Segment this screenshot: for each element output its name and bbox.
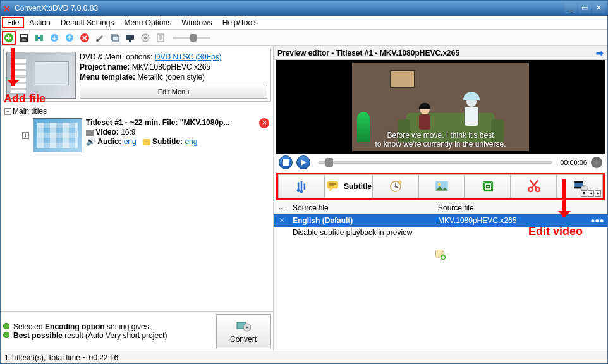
subtitle-icon [143, 139, 150, 145]
project-panel: DVD & Menu options: DVD NTSC (30Fps) Pro… [3, 49, 271, 102]
titleset-row[interactable]: + Titleset #1 - ~22 min. File: "MKV.1080… [22, 118, 269, 152]
menu-windows[interactable]: Windows [176, 17, 217, 28]
maximize-button[interactable]: ▭ [578, 3, 591, 13]
annotation-arrow-addfile [11, 48, 15, 86]
titleset-info: Titleset #1 - ~22 min. File: "MKV.1080p.… [86, 118, 255, 147]
tab-cut[interactable] [511, 174, 557, 198]
merge-button[interactable] [33, 32, 45, 44]
remove-button[interactable] [79, 32, 90, 44]
seek-slider[interactable] [318, 161, 552, 164]
undock-icon[interactable]: ➡ [596, 48, 604, 58]
audio-label: Audio: [97, 137, 121, 146]
convert-label: Convert [230, 335, 257, 344]
toolbar [1, 30, 607, 46]
tree-root[interactable]: − Main titles [4, 107, 269, 116]
col-expand[interactable]: ... [274, 202, 290, 214]
zoom-slider[interactable] [173, 37, 210, 39]
video-thumbnail[interactable] [33, 118, 82, 152]
svg-point-29 [437, 183, 441, 186]
enc-t5: result (Auto Very short project) [63, 331, 167, 340]
log-button[interactable] [155, 32, 166, 44]
dvd-options-link[interactable]: DVD NTSC (30Fps) [155, 52, 222, 61]
volume-knob[interactable] [591, 157, 602, 168]
svg-rect-13 [129, 40, 131, 42]
enc-t2: Encoding option [45, 322, 105, 331]
save-button[interactable] [18, 32, 30, 44]
expand-icon[interactable]: + [22, 132, 29, 139]
close-button[interactable]: ✕ [592, 3, 605, 13]
tab-audio[interactable] [278, 174, 324, 198]
row-close-icon[interactable]: ✕ [274, 216, 290, 225]
row-more-button[interactable]: ●●● [587, 216, 607, 225]
video-value: 16:9 [121, 128, 135, 136]
preview-subtitle: Before we move, I think it's best to kno… [352, 131, 529, 149]
project-name-label: Project name: [80, 63, 130, 71]
tab-next-button[interactable]: ▸ [595, 190, 601, 197]
tab-subtitle[interactable]: Subtitle [324, 174, 372, 198]
status-dot-icon [3, 323, 9, 329]
menu-file[interactable]: File [2, 17, 24, 28]
project-info: DVD & Menu options: DVD NTSC (30Fps) Pro… [80, 52, 267, 99]
left-pane: DVD & Menu options: DVD NTSC (30Fps) Pro… [1, 46, 274, 351]
subtitle-link[interactable]: eng [185, 137, 197, 146]
subtitle-list-header: ... Source file Source file [274, 202, 607, 214]
project-name-value: MKV.1080pHEVC.x265 [132, 63, 210, 71]
add-subtitle-area [274, 238, 607, 263]
tab-crop[interactable] [465, 174, 511, 198]
video-label: Video: [95, 128, 118, 136]
add-subtitle-icon[interactable] [434, 248, 447, 261]
remove-titleset-button[interactable]: ✕ [259, 118, 269, 128]
play-button[interactable] [296, 155, 310, 169]
menu-default-settings[interactable]: Default Settings [56, 17, 119, 28]
tab-image[interactable] [418, 174, 465, 198]
svg-marker-21 [301, 159, 307, 166]
left-footer: Selected Encoding option setting gives: … [1, 311, 273, 351]
preview-title: Preview editor - Titleset #1 - MKV.1080p… [277, 49, 459, 58]
encode-message: Selected Encoding option setting gives: … [3, 322, 211, 340]
tab-dropdown-button[interactable]: ▾ [581, 190, 587, 197]
enc-t1: Selected [13, 322, 45, 331]
stop-button[interactable] [279, 155, 293, 169]
menu-help-tools[interactable]: Help/Tools [217, 17, 263, 28]
enc-t4: Best possible [13, 331, 63, 340]
batch-button[interactable] [109, 32, 121, 44]
down-button[interactable] [49, 32, 60, 44]
add-file-button[interactable] [3, 32, 15, 44]
subtitle-row-selected[interactable]: ✕ English (Default) MKV.1080pHEVC.x265 ●… [274, 214, 607, 227]
edit-menu-button[interactable]: Edit Menu [80, 85, 267, 99]
tab-chapters[interactable] [372, 174, 418, 198]
col-source2[interactable]: Source file [435, 202, 607, 214]
menu-menu-options[interactable]: Menu Options [119, 17, 176, 28]
speaker-icon: 🔊 [86, 137, 95, 146]
subtitle-label: Subtitle: [152, 137, 183, 146]
burn-button[interactable] [140, 32, 151, 44]
titleset-title: Titleset #1 - ~22 min. File: "MKV.1080p.… [86, 118, 229, 127]
timecode: 00:00:06 [560, 159, 587, 166]
convert-button[interactable]: Convert [216, 314, 271, 348]
settings-button[interactable] [94, 32, 106, 44]
sub-line2: to know we're currently in the universe. [352, 140, 529, 149]
col-source1[interactable]: Source file [290, 202, 435, 214]
annotation-arrow-editvideo [562, 179, 566, 217]
svg-rect-4 [35, 35, 38, 41]
menu-template-label: Menu template: [80, 73, 135, 82]
svg-rect-2 [21, 35, 27, 37]
video-preview[interactable]: Before we move, I think it's best to kno… [276, 60, 605, 154]
subtitle-row-option[interactable]: Disable subtitle playback in preview [274, 227, 607, 238]
collapse-icon[interactable]: − [4, 108, 11, 115]
window-buttons: _ ▭ ✕ [564, 3, 605, 13]
menu-action[interactable]: Action [24, 17, 55, 28]
enc-t3: setting gives: [105, 322, 151, 331]
svg-rect-24 [327, 181, 338, 188]
display-button[interactable] [125, 32, 136, 44]
svg-point-23 [300, 190, 303, 193]
status-bar: 1 Titleset(s), Total time ~ 00:22:16 [1, 351, 607, 363]
up-button[interactable] [64, 32, 75, 44]
tab-prev-button[interactable]: ◂ [588, 190, 594, 197]
svg-rect-20 [283, 159, 289, 166]
titlebar: ✕ ConvertXtoDVD 7.0.0.83 _ ▭ ✕ [1, 1, 607, 16]
minimize-button[interactable]: _ [564, 3, 577, 13]
options-label: DVD & Menu options: [80, 52, 152, 61]
status-dot-icon [3, 332, 9, 338]
audio-link[interactable]: eng [124, 137, 137, 146]
